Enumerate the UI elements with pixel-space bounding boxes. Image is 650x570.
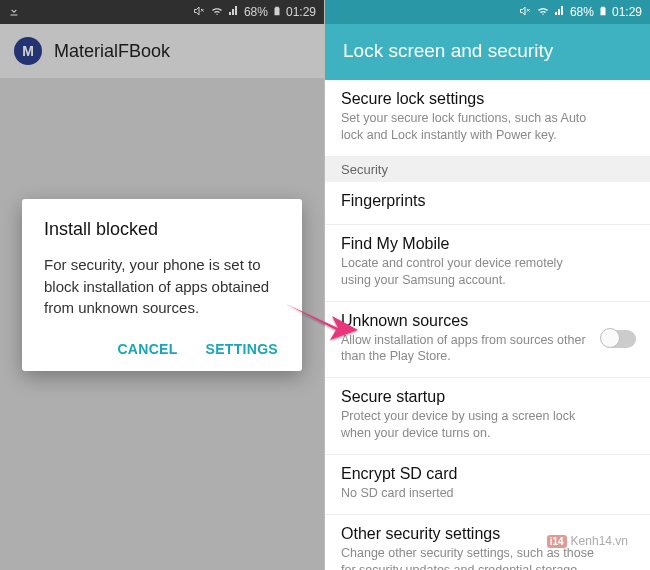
setting-title: Secure lock settings: [341, 90, 634, 108]
cancel-button[interactable]: CANCEL: [117, 341, 177, 357]
setting-title: Secure startup: [341, 388, 634, 406]
phone-left: 68% 01:29 M MaterialFBook Install blocke…: [0, 0, 325, 570]
toggle-knob: [600, 328, 620, 348]
wifi-icon: [536, 5, 550, 20]
settings-header: Lock screen and security: [325, 24, 650, 80]
setting-title: Unknown sources: [341, 312, 634, 330]
item-secure-lock-settings[interactable]: Secure lock settings Set your secure loc…: [325, 80, 650, 157]
battery-percent: 68%: [570, 5, 594, 19]
signal-icon: [554, 5, 566, 20]
setting-subtitle: No SD card inserted: [341, 485, 634, 502]
install-blocked-dialog: Install blocked For security, your phone…: [22, 199, 302, 371]
dialog-overlay: Install blocked For security, your phone…: [0, 0, 324, 570]
item-encrypt-sd[interactable]: Encrypt SD card No SD card inserted: [325, 455, 650, 515]
unknown-sources-toggle[interactable]: [602, 330, 636, 348]
item-find-my-mobile[interactable]: Find My Mobile Locate and control your d…: [325, 225, 650, 302]
setting-subtitle: Locate and control your device remotely …: [341, 255, 634, 289]
dialog-title: Install blocked: [44, 219, 280, 240]
setting-subtitle: Set your secure lock functions, such as …: [341, 110, 634, 144]
setting-subtitle: Protect your device by using a screen lo…: [341, 408, 634, 442]
dialog-actions: CANCEL SETTINGS: [44, 335, 280, 361]
battery-icon: [598, 4, 608, 21]
item-unknown-sources[interactable]: Unknown sources Allow installation of ap…: [325, 302, 650, 379]
clock-time: 01:29: [612, 5, 642, 19]
setting-subtitle: Change other security settings, such as …: [341, 545, 634, 570]
setting-title: Encrypt SD card: [341, 465, 634, 483]
setting-title: Find My Mobile: [341, 235, 634, 253]
item-fingerprints[interactable]: Fingerprints: [325, 182, 650, 225]
phone-right: 68% 01:29 Lock screen and security Secur…: [325, 0, 650, 570]
watermark: i14 Kenh14.vn: [547, 534, 628, 548]
watermark-badge: i14: [547, 535, 567, 548]
watermark-text: Kenh14.vn: [571, 534, 628, 548]
settings-button[interactable]: SETTINGS: [206, 341, 278, 357]
mute-icon: [518, 5, 532, 20]
section-header-security: Security: [325, 157, 650, 182]
dialog-body: For security, your phone is set to block…: [44, 254, 280, 319]
item-secure-startup[interactable]: Secure startup Protect your device by us…: [325, 378, 650, 455]
setting-title: Fingerprints: [341, 192, 634, 210]
statusbar-right: 68% 01:29: [325, 0, 650, 24]
setting-subtitle: Allow installation of apps from sources …: [341, 332, 634, 366]
